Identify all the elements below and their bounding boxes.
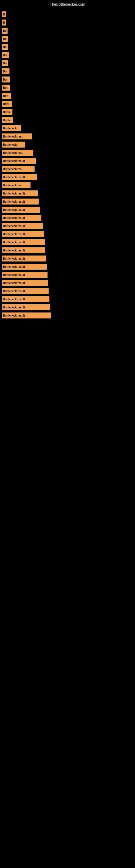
bar-label-text: Bottle [3, 111, 10, 114]
bar-item: Bottleneck result [2, 312, 51, 318]
bar-row: Bott [2, 84, 135, 92]
bar-label-text: Bottleneck result [3, 225, 25, 227]
bar-item: Bo [2, 28, 8, 34]
bar-item: Bottleneck result [2, 296, 49, 302]
bar-label-text: Bottleneck result [3, 265, 25, 268]
bar-row: Bottl [2, 100, 135, 108]
bar-row: Bo [2, 59, 135, 67]
bar-label-text: Bottleneck result [3, 298, 25, 301]
bar-row: Bottleneck r [2, 141, 135, 149]
bar-row: Bottleneck result [2, 222, 135, 230]
bar-label-text: Bott [3, 94, 8, 97]
bar-item: Bottleneck result [2, 223, 43, 229]
bar-item: Bott [2, 93, 11, 99]
bar-label-text: Bottleneck resu [3, 135, 23, 138]
bar-item: Bottl [2, 101, 12, 107]
bar-row: Bo [2, 43, 135, 51]
bar-row: Bottleneck [2, 124, 135, 132]
bar-item: Bottleneck result [2, 280, 48, 286]
bar-label-text: Bot [3, 78, 8, 81]
bar-row: Bottleneck result [2, 157, 135, 165]
bar-label-text: Bottleneck result [3, 159, 25, 162]
site-title: TheBottlenecker.com [0, 0, 135, 8]
bar-item: Bottleneck result [2, 215, 41, 221]
bar-label-text: Bottleneck result [3, 192, 25, 195]
bar-label-text: Bottleneck res [3, 184, 21, 187]
bar-label-text: B [3, 13, 5, 16]
bar-label-text: Bottleneck result [3, 241, 25, 244]
bar-label-text: Bottleneck result [3, 290, 25, 293]
bar-row: Bottleneck resu [2, 149, 135, 157]
bar-item: Bottleneck resu [2, 150, 33, 156]
bar-row: Bottleneck result [2, 197, 135, 206]
bar-row: Bottleneck result [2, 189, 135, 197]
bar-row: Bottleneck res [2, 181, 135, 189]
bar-label-text: Bottleneck result [3, 249, 25, 252]
bar-row: Bottleneck result [2, 230, 135, 238]
bar-item: Bottle [2, 109, 12, 115]
bar-item: Bottleneck resu [2, 166, 35, 172]
bar-row: Bottleneck result [2, 214, 135, 222]
bar-row: Bot [2, 67, 135, 75]
bar-label-text: Bot [3, 70, 8, 73]
bar-item: Bot [2, 76, 10, 83]
bar-label-text: Bottleneck resu [3, 151, 23, 154]
bar-item: Bot [2, 68, 9, 74]
bar-row: Bottleneck resu [2, 132, 135, 141]
bar-item: Bottleneck result [2, 247, 45, 253]
bar-item: Bo [2, 60, 8, 66]
bar-item: Bottleneck res [2, 182, 31, 188]
bar-item: B [2, 11, 6, 18]
bar-row: Bottleneck result [2, 311, 135, 319]
bar-row: Bot [2, 75, 135, 84]
bar-row: Bottleneck result [2, 271, 135, 279]
bar-label-text: Bot [3, 54, 8, 57]
bar-label-text: Bottleneck result [3, 273, 25, 276]
bar-label-text: Bottleneck result [3, 257, 25, 260]
bar-row: Bottleneck result [2, 279, 135, 287]
bar-row: Bottleneck result [2, 173, 135, 181]
bar-label-text: Bottleneck resu [3, 167, 23, 170]
bar-item: Bottleneck result [2, 255, 46, 261]
bar-item: Bottleneck result [2, 231, 44, 237]
bar-row: Bottleneck result [2, 303, 135, 311]
bar-item: Bottle [2, 117, 13, 123]
bar-row: Bottleneck result [2, 295, 135, 303]
bar-row: Bottleneck result [2, 287, 135, 295]
bar-label-text: Bottleneck result [3, 208, 25, 211]
bar-label-text: Bo [3, 29, 6, 32]
bar-label-text: Bottle [3, 119, 10, 122]
bar-item: Bottleneck result [2, 158, 36, 164]
bar-label-text: Bottleneck result [3, 282, 25, 284]
bar-row: B [2, 19, 135, 27]
bar-item: Bottleneck result [2, 288, 49, 294]
bar-row: Bo [2, 35, 135, 43]
bar-item: Bottleneck result [2, 207, 40, 213]
bar-label-text: B [3, 21, 5, 24]
bar-row: Bottleneck result [2, 254, 135, 262]
bar-item: Bot [2, 52, 9, 58]
bar-item: Bo [2, 44, 8, 50]
bar-label-text: Bottleneck result [3, 233, 25, 236]
bar-row: Bottleneck resu [2, 165, 135, 173]
bar-item: Bottleneck result [2, 190, 38, 196]
bar-item: Bott [2, 85, 10, 91]
bar-row: Bottle [2, 108, 135, 116]
bar-item: Bottleneck result [2, 239, 45, 245]
bar-label-text: Bottleneck r [3, 143, 18, 146]
bar-item: Bottleneck result [2, 174, 37, 180]
bar-item: Bottleneck result [2, 198, 39, 205]
bar-label-text: Bottleneck result [3, 176, 25, 179]
bar-item: Bottleneck result [2, 304, 50, 310]
bar-row: Bottleneck result [2, 238, 135, 246]
bar-row: B [2, 10, 135, 19]
bar-item: B [2, 20, 6, 26]
bar-item: Bottleneck resu [2, 133, 32, 140]
bar-row: Bo [2, 27, 135, 35]
bar-label-text: Bottleneck result [3, 306, 25, 309]
bar-label-text: Bo [3, 45, 6, 49]
bar-row: Bottleneck result [2, 262, 135, 271]
bar-item: Bo [2, 36, 8, 42]
bar-row: Bottleneck result [2, 246, 135, 254]
bar-label-text: Bottleneck result [3, 216, 25, 219]
